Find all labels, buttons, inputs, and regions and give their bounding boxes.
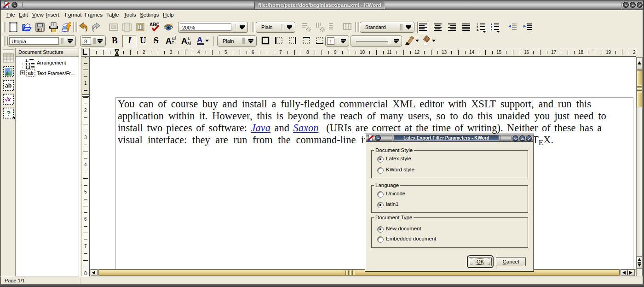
- svg-text:aI: aI: [187, 41, 191, 46]
- svg-text:?: ?: [6, 109, 11, 117]
- svg-text:A: A: [197, 35, 202, 44]
- svg-text:aI: aI: [172, 35, 176, 41]
- svg-text:ab: ab: [5, 82, 12, 89]
- svg-text:ab: ab: [28, 70, 34, 76]
- svg-text:1.2: 1.2: [25, 65, 31, 70]
- svg-text:√x: √x: [5, 96, 12, 103]
- svg-text:A: A: [181, 36, 187, 46]
- svg-text:3.: 3.: [477, 29, 479, 31]
- svg-text:A: A: [166, 36, 172, 46]
